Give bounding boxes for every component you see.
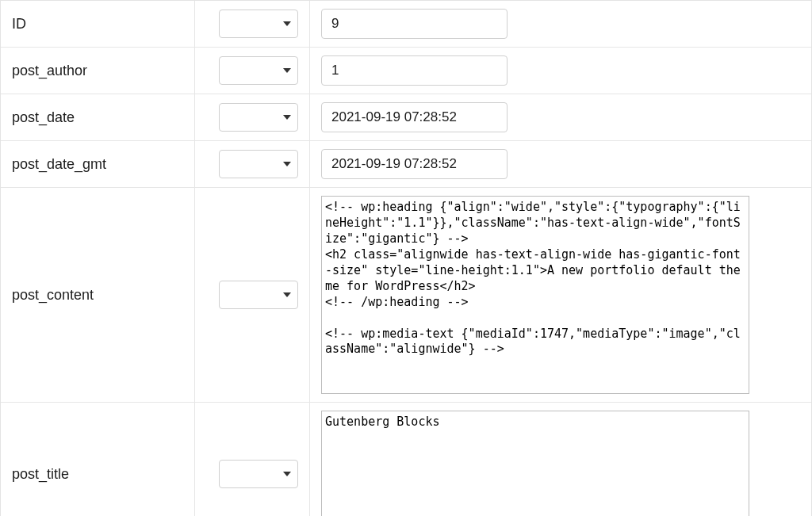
- cell-dropdown-post-author: [195, 48, 310, 94]
- field-label-id: ID: [1, 1, 195, 47]
- cell-value-post-content: [310, 188, 811, 402]
- db-record-table: ID post_author post_date: [0, 0, 812, 516]
- dropdown-post-date-gmt[interactable]: [219, 150, 298, 178]
- row-post-date: post_date: [1, 94, 811, 141]
- dropdown-post-date[interactable]: [219, 103, 298, 132]
- field-label-post-title: post_title: [1, 403, 195, 516]
- row-post-date-gmt: post_date_gmt: [1, 141, 811, 188]
- cell-value-post-date: [310, 94, 811, 140]
- row-post-content: post_content: [1, 188, 811, 403]
- field-label-post-content: post_content: [1, 188, 195, 402]
- field-label-post-date: post_date: [1, 94, 195, 140]
- chevron-down-icon: [283, 115, 291, 120]
- input-post-date[interactable]: [321, 102, 508, 132]
- dropdown-post-author[interactable]: [219, 56, 298, 85]
- input-post-date-gmt[interactable]: [321, 149, 508, 179]
- cell-dropdown-post-title: [195, 403, 310, 516]
- cell-value-post-title: [310, 403, 811, 516]
- textarea-post-title[interactable]: [321, 411, 749, 516]
- input-id[interactable]: [321, 9, 508, 39]
- chevron-down-icon: [283, 68, 291, 73]
- chevron-down-icon: [283, 292, 291, 297]
- textarea-post-content[interactable]: [321, 196, 749, 394]
- dropdown-id[interactable]: [219, 10, 298, 38]
- chevron-down-icon: [283, 472, 291, 476]
- field-label-post-author: post_author: [1, 48, 195, 94]
- dropdown-post-content[interactable]: [219, 281, 298, 309]
- input-post-author[interactable]: [321, 55, 508, 86]
- row-post-title: post_title: [1, 403, 811, 516]
- dropdown-post-title[interactable]: [219, 460, 298, 488]
- field-label-post-date-gmt: post_date_gmt: [1, 141, 195, 187]
- row-post-author: post_author: [1, 48, 811, 94]
- row-id: ID: [1, 1, 811, 48]
- cell-dropdown-post-date: [195, 94, 310, 140]
- chevron-down-icon: [283, 162, 291, 166]
- cell-value-post-author: [310, 48, 811, 94]
- chevron-down-icon: [283, 21, 291, 26]
- cell-value-post-date-gmt: [310, 141, 811, 187]
- cell-dropdown-post-date-gmt: [195, 141, 310, 187]
- cell-value-id: [310, 1, 811, 47]
- cell-dropdown-id: [195, 1, 310, 47]
- cell-dropdown-post-content: [195, 188, 310, 402]
